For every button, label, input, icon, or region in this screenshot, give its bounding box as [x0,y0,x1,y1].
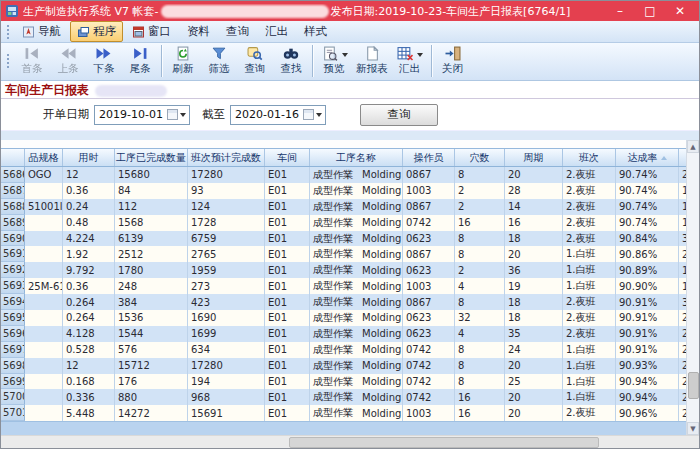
chevron-down-icon[interactable] [180,113,186,117]
column-header[interactable] [1,149,25,166]
column-header[interactable]: 穴数 [455,149,505,166]
column-header[interactable]: 工序已完成数量 [115,149,188,166]
menu-item-query[interactable]: 查询 [219,21,256,42]
column-header-label: 操作员 [414,151,444,165]
chevron-down-icon[interactable] [342,53,348,57]
cell-shift: 2.夜班 [563,231,616,247]
toolbar-button-preview[interactable]: 预览 [316,46,352,76]
cell-process: 成型作業Molding [310,246,403,262]
cell-rate: 90.91% [616,294,679,310]
table-row[interactable]: 56929.79217801959E01成型作業Molding06232361.… [1,262,688,278]
process-name-cn: 成型作業 [313,375,353,389]
query-button[interactable]: 查询 [360,104,438,126]
column-header[interactable]: 用时 [63,149,115,166]
toolbar-button-refresh[interactable]: 刷新 [165,46,201,76]
cell-no: 5691 [1,246,25,262]
cell-cav: 4 [455,326,505,342]
toolbar-button-query[interactable]: 查询 [237,46,273,76]
horizontal-scrollbar[interactable] [1,435,699,449]
menu-item-window[interactable]: 窗口 [125,21,178,42]
cell-shop: E01 [265,342,310,358]
process-name-en: Molding [362,297,401,308]
cell-plan: 273 [188,278,265,294]
table-header: 品规格用时工序已完成数量班次预计完成数车间工序名称操作员穴数周期班次达成率 [1,148,688,167]
column-header[interactable]: 品规格 [25,149,63,166]
vertical-scroll-thumb[interactable] [688,372,699,399]
table-row[interactable]: 57015.4481427215691E01成型作業Molding1003162… [1,405,688,421]
column-header[interactable]: 操作员 [403,149,455,166]
app-icon [5,4,19,18]
cell-cav: 8 [455,167,505,183]
scroll-down-icon[interactable]: ▼ [687,422,699,435]
table-row[interactable]: 56904.22461396759E01成型作業Molding06238182.… [1,231,688,247]
column-header[interactable]: 班次 [563,149,616,166]
cell-spec [25,246,63,262]
cell-spec [25,294,63,310]
toolbar-button-next[interactable]: 下条 [86,46,122,76]
table-row[interactable]: 56911.9225122765E01成型作業Molding08678201.白… [1,246,688,262]
toolbar-button-last[interactable]: 尾条 [122,46,158,76]
table-row[interactable]: 56940.264384423E01成型作業Molding08678182.夜班… [1,294,688,310]
table-row[interactable]: 56990.168176194E01成型作業Molding07428251.白班… [1,374,688,390]
table-row[interactable]: 56870.368493E01成型作業Molding10032282.夜班90.… [1,183,688,199]
process-name-cn: 成型作業 [313,295,353,309]
cell-cav: 8 [455,374,505,390]
calendar-icon [303,109,314,120]
cell-no: 5697 [1,342,25,358]
toolbar-button-label: 关闭 [442,63,463,75]
menu-item-export[interactable]: 汇出 [258,21,295,42]
toolbar-button-label: 查询 [245,63,266,75]
cell-op: 1003 [403,405,455,421]
date-from-input[interactable]: 2019-10-01 [94,105,190,125]
chevron-down-icon[interactable] [316,113,322,117]
close-button[interactable]: ✕ [665,2,695,20]
table-row[interactable]: 56890.4815681728E01成型作業Molding074216162.… [1,215,688,231]
cell-hours: 0.36 [63,183,115,199]
menu-item-data[interactable]: 资料 [180,21,217,42]
table-row[interactable]: 57000.336880968E01成型作業Molding074216201.白… [1,389,688,405]
menu-item-label: 资料 [187,24,210,39]
maximize-button[interactable]: □ [635,2,665,20]
minimize-button[interactable]: – [605,2,635,20]
toolbar-button-filter[interactable]: 筛选 [201,46,237,76]
scroll-up-icon[interactable]: ▲ [687,140,699,153]
cell-process: 成型作業Molding [310,199,403,215]
menu-item-program[interactable]: 程序 [70,21,123,42]
cell-plan: 1699 [188,326,265,342]
menu-item-style[interactable]: 样式 [297,21,334,42]
table-row[interactable]: 5686OGO121568017280E01成型作業Molding0867820… [1,167,688,183]
column-header[interactable]: 周期 [505,149,563,166]
horizontal-scroll-thumb[interactable] [289,437,599,448]
toolbar-button-label: 新报表 [356,63,388,75]
toolbar-button-close[interactable]: 关闭 [435,46,471,76]
table-row[interactable]: 56964.12815441699E01成型作業Molding06234352.… [1,326,688,342]
toolbar-button-export[interactable]: 汇出 [392,46,428,76]
column-header[interactable]: 班次预计完成数 [188,149,265,166]
table-row[interactable]: 56970.528576634E01成型作業Molding07428241.白班… [1,342,688,358]
column-header[interactable]: 达成率 [616,149,679,166]
column-header-label: 用时 [79,151,99,165]
cell-rate: 90.86% [616,246,679,262]
toolbar-button-find[interactable]: 查找 [273,46,309,76]
cell-shift: 2.夜班 [563,294,616,310]
toolbar-button-first: 首条 [14,46,50,76]
toolbar-separator [312,45,313,77]
column-header[interactable]: 工序名称 [310,149,403,166]
cell-shift: 1.白班 [563,262,616,278]
table-row[interactable]: 568851001l0.24112124E01成型作業Molding086721… [1,199,688,215]
table-row[interactable]: 56950.26415361690E01成型作業Molding062332182… [1,310,688,326]
table-row[interactable]: 569325M-610.36248273E01成型作業Molding100341… [1,278,688,294]
toolbar-button-new-report[interactable]: 新报表 [352,46,392,76]
vertical-scrollbar[interactable]: ▲ ▼ [686,140,699,435]
chevron-down-icon[interactable] [417,53,423,57]
toolbar-grip[interactable] [6,53,11,69]
menu-item-navigate[interactable]: 导航 [15,21,68,42]
cell-hours: 9.792 [63,262,115,278]
menu-item-label: 导航 [38,24,61,39]
cell-hours: 5.448 [63,405,115,421]
toolbar-grip[interactable] [6,24,11,40]
date-to-input[interactable]: 2020-01-16 [230,105,326,125]
table-row[interactable]: 5698121571217280E01成型作業Molding07428201.白… [1,358,688,374]
column-header[interactable]: 车间 [265,149,310,166]
title-bar: 生产制造执行系统 V7 帐套- 发布日期:2019-10-23-车间生产日报表[… [1,1,699,21]
